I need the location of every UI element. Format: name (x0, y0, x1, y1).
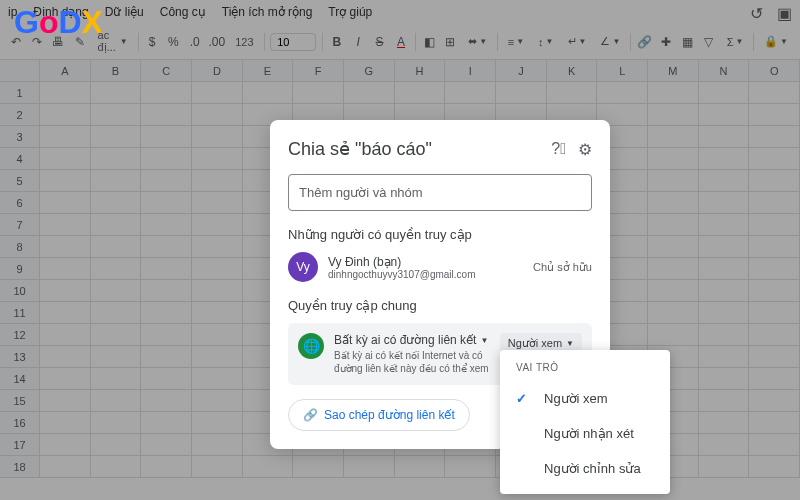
role-option-viewer[interactable]: ✓ Người xem (500, 381, 670, 416)
help-icon[interactable]: ?⃝ (551, 140, 566, 159)
role-option-editor[interactable]: Người chỉnh sửa (500, 451, 670, 486)
copy-link-button[interactable]: 🔗 Sao chép đường liên kết (288, 399, 470, 431)
general-access-label: Quyền truy cập chung (288, 298, 592, 313)
person-name: Vy Đinh (bạn) (328, 255, 523, 269)
person-role: Chủ sở hữu (533, 261, 592, 274)
person-row: Vy Vy Đinh (bạn) dinhngocthuyvy3107@gmai… (288, 252, 592, 282)
globe-icon: 🌐 (298, 333, 324, 359)
role-dropdown-menu: VAI TRÒ ✓ Người xem Người nhận xét Người… (500, 350, 670, 494)
person-email: dinhngocthuyvy3107@gmail.com (328, 269, 523, 280)
people-access-label: Những người có quyền truy cập (288, 227, 592, 242)
role-option-commenter[interactable]: Người nhận xét (500, 416, 670, 451)
link-icon: 🔗 (303, 408, 318, 422)
check-icon: ✓ (516, 391, 532, 406)
logo: GoDX (14, 4, 103, 41)
modal-title: Chia sẻ "báo cáo" (288, 138, 432, 160)
dropdown-header: VAI TRÒ (500, 358, 670, 381)
gear-icon[interactable]: ⚙ (578, 140, 592, 159)
access-description: Bất kỳ ai có kết nối Internet và có đườn… (334, 349, 490, 375)
avatar: Vy (288, 252, 318, 282)
access-scope-dropdown[interactable]: Bất kỳ ai có đường liên kết▼ (334, 333, 490, 347)
add-people-input[interactable]: Thêm người và nhóm (288, 174, 592, 211)
